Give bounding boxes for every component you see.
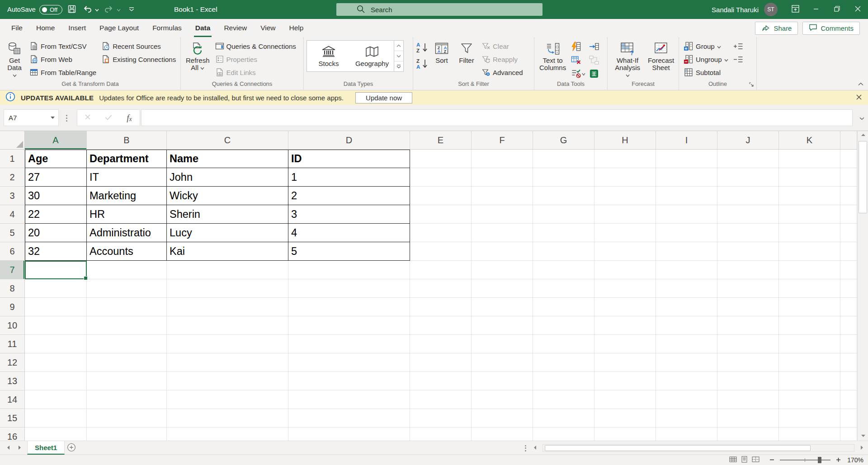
tab-review[interactable]: Review [217,19,254,37]
cell-I7[interactable] [656,261,717,279]
cell-A1[interactable]: Age [25,150,87,168]
cell-G6[interactable] [533,242,594,261]
cell-x4[interactable] [840,205,857,224]
column-header-G[interactable]: G [533,131,594,150]
properties-button[interactable]: Properties [213,53,298,65]
cell-C6[interactable]: Kai [167,242,288,261]
cell-F10[interactable] [472,316,533,335]
column-header-B[interactable]: B [87,131,167,150]
cell-A2[interactable]: 27 [25,168,87,187]
edit-links-button[interactable]: Edit Links [213,66,298,78]
row-header-6[interactable]: 6 [0,242,25,261]
cell-x15[interactable] [840,409,857,427]
cell-x14[interactable] [840,390,857,409]
dialog-launcher-icon[interactable] [749,81,754,89]
cell-I13[interactable] [656,372,717,390]
existing-connections-button[interactable]: Existing Connections [99,53,178,65]
cell-K7[interactable] [779,261,840,279]
cell-D8[interactable] [288,279,410,298]
cell-x8[interactable] [840,279,857,298]
cell-I5[interactable] [656,224,717,242]
column-header-J[interactable]: J [717,131,779,150]
cell-J4[interactable] [717,205,779,224]
geography-data-type[interactable]: Geography [350,41,394,71]
cell-F2[interactable] [472,168,533,187]
cell-J15[interactable] [717,409,779,427]
cell-E13[interactable] [410,372,472,390]
cell-H8[interactable] [594,279,656,298]
tab-help[interactable]: Help [283,19,311,37]
page-break-view-button[interactable] [752,456,760,464]
filter-button[interactable]: Filter [455,39,478,64]
cell-G5[interactable] [533,224,594,242]
manage-data-model-button[interactable] [588,67,600,80]
cell-B10[interactable] [87,316,167,335]
tab-home[interactable]: Home [29,19,61,37]
subtotal-button[interactable]: Subtotal [682,66,730,78]
cell-E11[interactable] [410,335,472,353]
save-button[interactable] [65,2,79,17]
cell-E16[interactable] [410,427,472,441]
cell-J6[interactable] [717,242,779,261]
cell-B16[interactable] [87,427,167,441]
row-header-1[interactable]: 1 [0,150,25,168]
cell-C14[interactable] [167,390,288,409]
cell-H16[interactable] [594,427,656,441]
row-header-13[interactable]: 13 [0,372,25,390]
ungroup-button[interactable]: Ungroup [682,53,730,65]
cell-F6[interactable] [472,242,533,261]
cell-B9[interactable] [87,298,167,316]
cell-J11[interactable] [717,335,779,353]
cell-x9[interactable] [840,298,857,316]
cell-H7[interactable] [594,261,656,279]
cell-A8[interactable] [25,279,87,298]
sort-descending-button[interactable]: ZA [416,57,429,70]
cell-I14[interactable] [656,390,717,409]
customize-qat-button[interactable] [125,2,138,17]
horizontal-scrollbar[interactable] [542,444,854,452]
collapse-ribbon-button[interactable] [858,80,863,88]
cell-H6[interactable] [594,242,656,261]
cell-K2[interactable] [779,168,840,187]
text-to-columns-button[interactable]: Text toColumns [537,39,568,71]
name-box[interactable]: A7 [4,109,59,126]
what-if-analysis-button[interactable]: ?What-IfAnalysis [610,39,645,79]
cell-E3[interactable] [410,187,472,205]
gallery-more-button[interactable] [394,61,403,71]
relationships-button[interactable] [588,54,600,66]
cell-B5[interactable]: Administratio [87,224,167,242]
column-header-E[interactable]: E [410,131,472,150]
column-header-I[interactable]: I [656,131,717,150]
update-now-button[interactable]: Update now [355,92,412,103]
cell-J10[interactable] [717,316,779,335]
cell-G1[interactable] [533,150,594,168]
cell-J9[interactable] [717,298,779,316]
reapply-button[interactable]: Reapply [480,53,525,65]
cell-I3[interactable] [656,187,717,205]
row-header-10[interactable]: 10 [0,316,25,335]
cell-B8[interactable] [87,279,167,298]
cell-C12[interactable] [167,353,288,372]
cell-C3[interactable]: Wicky [167,187,288,205]
cell-H13[interactable] [594,372,656,390]
cell-C16[interactable] [167,427,288,441]
normal-view-button[interactable] [729,456,737,464]
cell-K8[interactable] [779,279,840,298]
sort-button[interactable]: ZAAZSort [430,39,453,64]
cell-H11[interactable] [594,335,656,353]
cell-C15[interactable] [167,409,288,427]
cell-A10[interactable] [25,316,87,335]
cell-A4[interactable]: 22 [25,205,87,224]
scroll-right-button[interactable] [858,444,865,453]
cell-D3[interactable]: 2 [288,187,410,205]
cell-D6[interactable]: 5 [288,242,410,261]
recent-sources-button[interactable]: Recent Sources [99,40,178,52]
cell-I9[interactable] [656,298,717,316]
cell-D5[interactable]: 4 [288,224,410,242]
cell-G9[interactable] [533,298,594,316]
cell-D2[interactable]: 1 [288,168,410,187]
cell-B6[interactable]: Accounts [87,242,167,261]
cell-D12[interactable] [288,353,410,372]
cell-B3[interactable]: Marketing [87,187,167,205]
cell-x3[interactable] [840,187,857,205]
